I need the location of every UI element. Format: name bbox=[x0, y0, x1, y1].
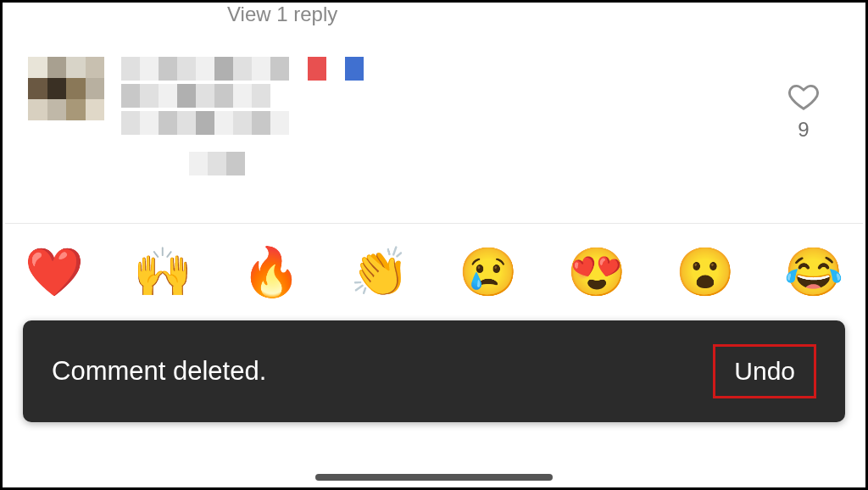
emoji-cry[interactable]: 😢 bbox=[459, 248, 518, 296]
emoji-raised-hands[interactable]: 🙌 bbox=[133, 248, 192, 296]
view-reply-link[interactable]: View 1 reply bbox=[227, 3, 337, 26]
like-count: 9 bbox=[798, 118, 809, 142]
emoji-clap[interactable]: 👏 bbox=[350, 248, 409, 296]
emoji-heart-eyes[interactable]: 😍 bbox=[567, 248, 626, 296]
emoji-quick-row: ❤️ 🙌 🔥 👏 😢 😍 😮 😂 bbox=[16, 248, 852, 296]
toast-snackbar: Comment deleted. Undo bbox=[23, 320, 845, 422]
toast-message: Comment deleted. bbox=[52, 356, 266, 387]
undo-highlight: Undo bbox=[713, 344, 816, 398]
emoji-fire[interactable]: 🔥 bbox=[242, 248, 301, 296]
comment-avatar[interactable] bbox=[28, 57, 104, 120]
home-indicator[interactable] bbox=[315, 474, 553, 481]
comment-row bbox=[28, 57, 840, 179]
heart-outline-icon bbox=[786, 81, 821, 113]
divider bbox=[5, 223, 863, 224]
undo-button[interactable]: Undo bbox=[734, 357, 795, 385]
emoji-surprised[interactable]: 😮 bbox=[676, 248, 735, 296]
emoji-heart[interactable]: ❤️ bbox=[25, 248, 84, 296]
comment-body bbox=[121, 57, 840, 179]
comment-like[interactable]: 9 bbox=[786, 81, 821, 142]
emoji-laugh-cry[interactable]: 😂 bbox=[784, 248, 843, 296]
